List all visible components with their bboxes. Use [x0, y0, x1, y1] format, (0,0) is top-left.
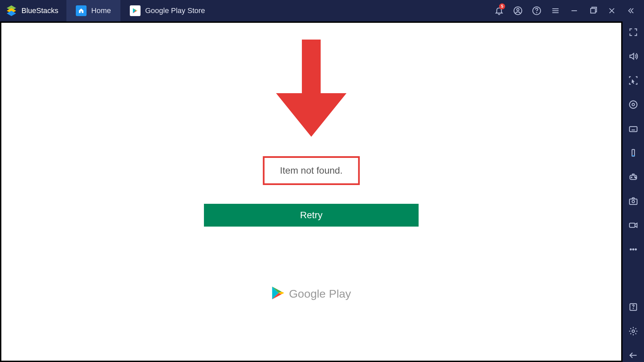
svg-point-12 — [630, 101, 637, 109]
svg-point-28 — [630, 249, 632, 250]
lock-cursor-button[interactable] — [627, 74, 640, 87]
app-logo-section: BlueStacks — [0, 5, 66, 17]
tab-play-store[interactable]: Google Play Store — [120, 0, 215, 21]
notifications-button[interactable]: 5 — [490, 0, 508, 21]
minimize-button[interactable] — [565, 0, 584, 21]
main-area: Item not found. Retry Google Play — [0, 21, 644, 362]
screenshot-button[interactable] — [627, 194, 640, 208]
record-button[interactable] — [627, 219, 640, 232]
help-sidebar-button[interactable] — [627, 300, 640, 314]
svg-rect-25 — [630, 199, 637, 204]
play-store-icon — [130, 5, 141, 16]
google-play-logo-icon — [271, 286, 284, 301]
fullscreen-button[interactable] — [627, 25, 640, 39]
svg-point-24 — [635, 177, 636, 178]
svg-point-32 — [633, 308, 633, 308]
google-play-footer-text: Google Play — [289, 287, 351, 300]
error-message-text: Item not found. — [280, 165, 343, 176]
tab-home[interactable]: Home — [66, 0, 120, 21]
tab-home-label: Home — [91, 6, 111, 15]
svg-rect-19 — [632, 156, 635, 157]
svg-point-26 — [632, 200, 635, 203]
titlebar-controls: 5 — [490, 0, 644, 21]
more-button[interactable] — [627, 243, 640, 256]
volume-button[interactable] — [627, 50, 640, 63]
svg-point-11 — [632, 103, 635, 106]
rotate-button[interactable] — [627, 146, 640, 160]
svg-point-1 — [517, 8, 519, 11]
game-controls-button[interactable] — [627, 170, 640, 184]
maximize-button[interactable] — [584, 0, 602, 21]
svg-rect-13 — [630, 127, 637, 132]
google-play-footer: Google Play — [271, 286, 351, 301]
tabs-container: Home Google Play Store — [66, 0, 214, 21]
svg-point-33 — [632, 330, 635, 333]
close-button[interactable] — [602, 0, 621, 21]
account-button[interactable] — [508, 0, 527, 21]
svg-rect-27 — [630, 223, 635, 228]
bluestacks-logo-icon — [5, 5, 17, 17]
titlebar: BlueStacks Home — [0, 0, 644, 21]
svg-rect-18 — [632, 149, 635, 156]
collapse-sidebar-button[interactable] — [621, 0, 640, 21]
app-name: BlueStacks — [21, 6, 58, 15]
location-button[interactable] — [627, 98, 640, 111]
play-store-content: Item not found. Retry Google Play — [1, 23, 621, 361]
svg-rect-8 — [591, 8, 595, 13]
notification-badge: 5 — [499, 3, 505, 9]
error-message-box: Item not found. — [263, 156, 360, 185]
svg-point-30 — [635, 249, 637, 250]
annotation-arrow-icon — [276, 40, 346, 138]
svg-point-29 — [633, 249, 634, 250]
keyboard-button[interactable] — [627, 122, 640, 135]
settings-button[interactable] — [627, 324, 640, 338]
app-window: BlueStacks Home — [0, 0, 644, 362]
tab-play-store-label: Google Play Store — [145, 6, 205, 15]
help-button[interactable] — [527, 0, 546, 21]
retry-button[interactable]: Retry — [204, 204, 419, 227]
menu-button[interactable] — [546, 0, 565, 21]
svg-point-3 — [536, 12, 537, 13]
home-icon — [76, 5, 87, 16]
content-viewport: Item not found. Retry Google Play — [0, 21, 623, 362]
sidebar-tools — [623, 21, 644, 362]
back-button[interactable] — [627, 349, 640, 362]
